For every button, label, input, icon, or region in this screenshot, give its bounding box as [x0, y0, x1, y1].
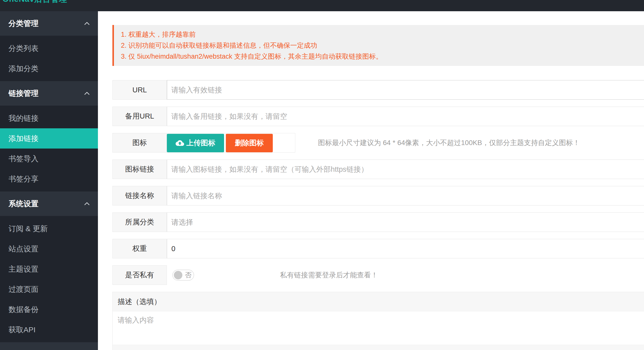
sidebar-next-group-cut [0, 342, 98, 350]
description-footer [113, 345, 644, 350]
sidebar-item-add-link[interactable]: 添加链接 [0, 128, 98, 149]
group-items-system: 订阅 & 更新 站点设置 主题设置 过渡页面 数据备份 获取API [0, 216, 98, 342]
main-content: 1. 权重越大，排序越靠前 2. 识别功能可以自动获取链接标题和描述信息，但不确… [98, 11, 644, 350]
description-label: 描述（选填） [113, 292, 644, 311]
sidebar: 分类管理 分类列表 添加分类 链接管理 我的链接 添加链接 书签导入 书签分享 … [0, 11, 98, 350]
form-row-private: 是否私有 否 私有链接需要登录后才能查看！ [112, 265, 644, 285]
form-row-link-name: 链接名称 [112, 186, 644, 205]
private-toggle[interactable]: 否 [172, 270, 194, 281]
sidebar-item-theme-settings[interactable]: 主题设置 [0, 259, 98, 279]
app-logo: OneNav后台管理 [2, 0, 67, 3]
sidebar-item-data-backup[interactable]: 数据备份 [0, 299, 98, 320]
sidebar-group-system-settings[interactable]: 系统设置 [0, 191, 98, 216]
private-hint: 私有链接需要登录后才能查看！ [280, 265, 378, 285]
sidebar-item-add-category[interactable]: 添加分类 [0, 58, 98, 79]
group-label: 分类管理 [8, 18, 38, 29]
weight-input[interactable] [167, 239, 644, 258]
form-row-category: 所属分类 请选择 [112, 212, 644, 232]
icon-hint: 图标最小尺寸建议为 64 * 64像素，大小不超过100KB，仅部分主题支持自定… [318, 133, 580, 153]
group-items-link: 我的链接 添加链接 书签导入 书签分享 [0, 106, 98, 191]
field-label-url: URL [112, 80, 167, 100]
description-textarea[interactable] [113, 311, 644, 345]
chevron-up-icon [84, 90, 90, 97]
sidebar-group-link-management[interactable]: 链接管理 [0, 81, 98, 106]
description-section: 描述（选填） [112, 292, 644, 350]
notice-line-1: 1. 权重越大，排序越靠前 [121, 29, 640, 40]
toggle-knob [174, 271, 182, 279]
delete-icon-label: 删除图标 [235, 138, 264, 148]
form-row-backup-url: 备用URL [112, 107, 644, 126]
icon-link-input[interactable] [167, 160, 644, 179]
url-input[interactable] [167, 80, 644, 100]
group-items-category: 分类列表 添加分类 [0, 36, 98, 81]
cloud-upload-icon [176, 139, 184, 147]
notice-line-2: 2. 识别功能可以自动获取链接标题和描述信息，但不确保一定成功 [121, 40, 640, 51]
form-row-url: URL [112, 80, 644, 100]
backup-url-input[interactable] [167, 107, 644, 126]
sidebar-item-transition-page[interactable]: 过渡页面 [0, 279, 98, 299]
group-label: 链接管理 [8, 88, 38, 99]
form-row-weight: 权重 [112, 239, 644, 258]
sidebar-item-bookmark-import[interactable]: 书签导入 [0, 149, 98, 169]
field-label-icon: 图标 [112, 133, 167, 153]
form-row-icon: 图标 上传图标 删除图标 图标最小尺寸建议为 64 * 64像素，大小不超过10… [112, 133, 644, 153]
chevron-up-icon [84, 20, 90, 27]
sidebar-item-site-settings[interactable]: 站点设置 [0, 239, 98, 259]
form-row-icon-link: 图标链接 [112, 160, 644, 179]
sidebar-item-bookmark-share[interactable]: 书签分享 [0, 169, 98, 189]
icon-button-box: 上传图标 删除图标 [167, 133, 295, 153]
field-label-icon-link: 图标链接 [112, 160, 167, 179]
upload-icon-button[interactable]: 上传图标 [167, 134, 224, 152]
upload-icon-label: 上传图标 [186, 138, 215, 148]
field-label-backup-url: 备用URL [112, 107, 167, 126]
field-label-weight: 权重 [112, 239, 167, 258]
topbar: OneNav后台管理 [0, 0, 644, 11]
delete-icon-button[interactable]: 删除图标 [226, 134, 273, 152]
category-select[interactable]: 请选择 [167, 212, 644, 232]
link-name-input[interactable] [167, 186, 644, 205]
field-label-private: 是否私有 [112, 265, 167, 285]
sidebar-item-get-api[interactable]: 获取API [0, 320, 98, 340]
field-label-category: 所属分类 [112, 212, 167, 232]
notice-line-3: 3. 仅 5iux/heimdall/tushan2/webstack 支持自定… [121, 51, 640, 62]
sidebar-item-my-links[interactable]: 我的链接 [0, 108, 98, 128]
sidebar-item-subscribe-update[interactable]: 订阅 & 更新 [0, 218, 98, 239]
toggle-state-label: 否 [185, 270, 192, 280]
notice-box: 1. 权重越大，排序越靠前 2. 识别功能可以自动获取链接标题和描述信息，但不确… [112, 25, 644, 66]
group-label: 系统设置 [8, 199, 38, 209]
chevron-up-icon [84, 200, 90, 207]
sidebar-item-category-list[interactable]: 分类列表 [0, 38, 98, 58]
sidebar-group-category-management[interactable]: 分类管理 [0, 11, 98, 36]
field-label-link-name: 链接名称 [112, 186, 167, 205]
